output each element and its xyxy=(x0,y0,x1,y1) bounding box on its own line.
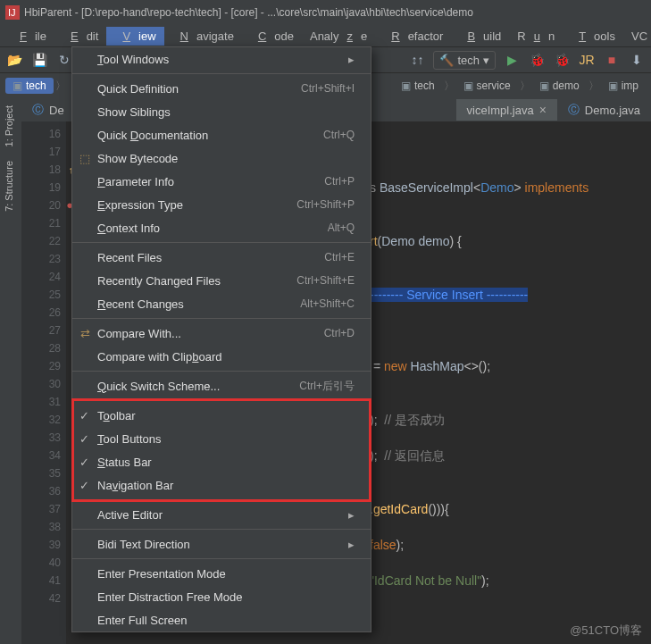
folder-icon: ▣ xyxy=(13,79,22,92)
menu-analyze[interactable]: Analyze xyxy=(302,27,375,46)
tool-tab-structure[interactable]: 7: Structure xyxy=(0,154,18,219)
class-icon: Ⓒ xyxy=(568,102,580,118)
mi-active-editor[interactable]: Active Editor▸ xyxy=(72,503,371,526)
menu-vcs[interactable]: VCS xyxy=(623,27,651,46)
breadcrumb-item[interactable]: ▣service xyxy=(456,78,518,94)
menu-tools[interactable]: Tools xyxy=(563,27,623,46)
tab-label: viceImpl.java xyxy=(467,104,534,117)
svg-text:IJ: IJ xyxy=(8,7,16,18)
bytecode-icon: ⬚ xyxy=(78,152,92,165)
mi-full-screen[interactable]: Enter Full Screen xyxy=(72,608,371,631)
mi-distraction-free[interactable]: Enter Distraction Free Mode xyxy=(72,585,371,608)
mi-toolbar[interactable]: ✓Toolbar xyxy=(72,404,371,427)
folder-icon: ▣ xyxy=(463,79,473,92)
watermark: @51CTO博客 xyxy=(570,623,642,639)
editor-tab[interactable]: ⒸDe xyxy=(21,98,75,121)
mi-quick-switch[interactable]: Quick Switch Scheme...Ctrl+后引号 xyxy=(72,374,371,397)
mi-param-info[interactable]: Parameter InfoCtrl+P xyxy=(72,170,371,193)
mi-show-bytecode[interactable]: ⬚Show Bytecode xyxy=(72,146,371,170)
menu-bar[interactable]: File Edit View Navigate Code Analyze Ref… xyxy=(0,25,651,46)
run-icon[interactable]: ▶ xyxy=(503,51,521,69)
mi-quick-doc[interactable]: Quick DocumentationCtrl+Q xyxy=(72,123,371,146)
menu-refactor[interactable]: Refactor xyxy=(375,27,451,46)
close-icon[interactable]: × xyxy=(539,103,547,117)
title-app: HbiParent xyxy=(24,6,71,19)
menu-view[interactable]: View xyxy=(106,27,163,46)
breadcrumb-label: imp xyxy=(622,79,638,92)
mi-status-bar[interactable]: ✓Status Bar xyxy=(72,450,371,473)
check-icon: ✓ xyxy=(79,479,89,492)
breadcrumb-item[interactable]: ▣demo xyxy=(532,78,587,94)
menu-code[interactable]: Code xyxy=(242,27,302,46)
sync-icon[interactable]: ↕↑ xyxy=(408,51,426,69)
breadcrumb-label: demo xyxy=(553,79,580,92)
coverage-icon[interactable]: 🐞 xyxy=(553,51,571,69)
check-icon: ✓ xyxy=(79,432,89,446)
mi-tool-windows[interactable]: Tool Windows▸ xyxy=(72,47,371,71)
view-menu-popup: Tool Windows▸ Quick DefinitionCtrl+Shift… xyxy=(71,46,371,632)
tab-label: Demo.java xyxy=(585,104,640,117)
left-tool-window-bar: 1: Project 7: Structure xyxy=(0,98,21,644)
title-file: ...\core\src\main\java\hbi\tech\service\… xyxy=(267,6,473,19)
menu-edit[interactable]: Edit xyxy=(54,27,106,46)
menu-build[interactable]: Build xyxy=(451,27,509,46)
breadcrumb-item[interactable]: ▣imp xyxy=(601,78,646,94)
save-icon[interactable]: 💾 xyxy=(30,51,48,69)
folder-icon: ▣ xyxy=(539,79,549,92)
profile-icon[interactable]: JR xyxy=(578,51,596,69)
hammer-icon: 🔨 xyxy=(439,54,454,67)
chevron-down-icon: ▾ xyxy=(483,54,489,67)
breadcrumb-label: tech xyxy=(414,79,435,92)
mi-compare-with[interactable]: ⇄Compare With...Ctrl+D xyxy=(72,322,371,345)
debug-icon[interactable]: 🐞 xyxy=(528,51,546,69)
editor-tab[interactable]: ⒸDemo.java xyxy=(557,98,651,121)
mi-recent-files[interactable]: Recent FilesCtrl+E xyxy=(72,246,371,269)
gutter[interactable]: 16171819 20212223 24252627 28293031 3233… xyxy=(21,121,66,644)
mi-context-info[interactable]: Context InfoAlt+Q xyxy=(72,216,371,239)
run-config-selector[interactable]: 🔨 tech ▾ xyxy=(433,51,496,70)
mi-presentation[interactable]: Enter Presentation Mode xyxy=(72,562,371,585)
breadcrumb-root[interactable]: ▣ tech xyxy=(5,78,54,94)
menu-file[interactable]: File xyxy=(4,27,54,46)
mi-quick-definition[interactable]: Quick DefinitionCtrl+Shift+I xyxy=(72,77,371,100)
folder-icon: ▣ xyxy=(401,79,411,92)
mi-recent-changes[interactable]: Recent ChangesAlt+Shift+C xyxy=(72,292,371,315)
app-icon: IJ xyxy=(5,5,20,20)
mi-show-siblings[interactable]: Show Siblings xyxy=(72,100,371,123)
mi-bidi[interactable]: Bidi Text Direction▸ xyxy=(72,532,371,556)
class-icon: Ⓒ xyxy=(32,102,44,118)
mi-expr-type[interactable]: Expression TypeCtrl+Shift+P xyxy=(72,193,371,216)
vcs-icon[interactable]: ⬇ xyxy=(628,51,646,69)
compare-icon: ⇄ xyxy=(78,327,92,340)
title-path: [D:\repo-hand\repo-tech\tech] xyxy=(81,6,221,19)
title-bar: IJ HbiParent - [D:\repo-hand\repo-tech\t… xyxy=(0,0,651,25)
breadcrumb-label: service xyxy=(477,79,511,92)
tool-tab-project[interactable]: 1: Project xyxy=(0,98,18,154)
breadcrumb-item[interactable]: ▣tech xyxy=(394,78,442,94)
mi-tool-buttons[interactable]: ✓Tool Buttons xyxy=(72,427,371,450)
run-config-label: tech xyxy=(457,54,480,67)
tab-label: De xyxy=(49,104,64,117)
title-module: [core] xyxy=(230,6,257,19)
breadcrumb-label: tech xyxy=(26,79,46,92)
mi-nav-bar[interactable]: ✓Navigation Bar xyxy=(72,473,371,497)
menu-navigate[interactable]: Navigate xyxy=(164,27,242,46)
check-icon: ✓ xyxy=(79,409,89,422)
open-icon[interactable]: 📂 xyxy=(5,51,23,69)
refresh-icon[interactable]: ↻ xyxy=(55,51,73,69)
menu-run[interactable]: Run xyxy=(509,27,563,46)
folder-icon: ▣ xyxy=(608,79,618,92)
editor-tab[interactable]: viceImpl.java× xyxy=(456,99,557,121)
mi-recent-changed-files[interactable]: Recently Changed FilesCtrl+Shift+E xyxy=(72,269,371,292)
stop-icon[interactable]: ■ xyxy=(603,51,621,69)
mi-compare-clipboard[interactable]: Compare with Clipboard xyxy=(72,345,371,368)
check-icon: ✓ xyxy=(79,456,89,469)
